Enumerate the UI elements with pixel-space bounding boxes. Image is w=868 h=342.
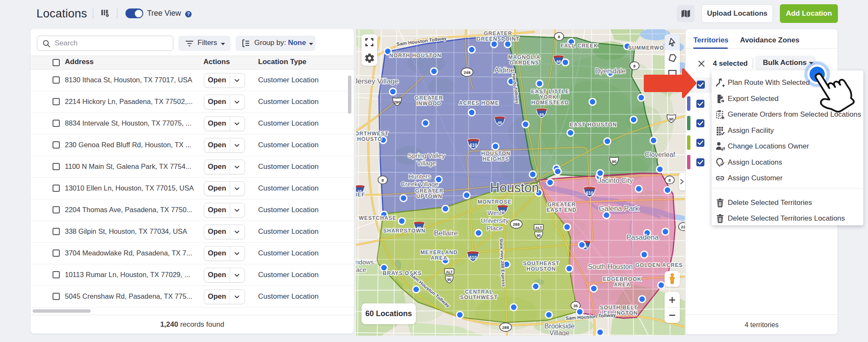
svg-text:90: 90: [612, 159, 617, 164]
svg-text:Jacinto City: Jacinto City: [598, 177, 633, 184]
svg-text:610: 610: [586, 191, 593, 196]
svg-text:HOUSTO: HOUSTO: [357, 136, 382, 142]
svg-text:Aldine: Aldine: [494, 66, 514, 74]
svg-text:West: West: [487, 209, 502, 216]
svg-text:HOUSTON: HOUSTON: [481, 151, 510, 157]
svg-text:290: 290: [394, 100, 401, 104]
svg-text:GREATER: GREATER: [547, 202, 576, 207]
svg-text:LIEF: LIEF: [356, 192, 365, 198]
svg-text:Village: Village: [417, 160, 436, 167]
svg-text:Brookside: Brookside: [544, 322, 574, 330]
svg-text:GARDENS: GARDENS: [509, 60, 539, 66]
svg-text:EAST HOUSTON: EAST HOUSTON: [570, 122, 617, 128]
svg-text:GREATER: GREATER: [415, 188, 443, 194]
svg-text:ndows: ndows: [356, 258, 374, 266]
svg-text:MEYERLAND: MEYERLAND: [420, 249, 458, 255]
svg-text:CENTRAL: CENTRAL: [465, 289, 493, 295]
svg-text:Galena Park: Galena Park: [599, 205, 639, 213]
svg-text:Place: Place: [487, 224, 503, 232]
svg-text:WESTCHASE: WESTCHASE: [359, 215, 397, 221]
svg-text:ACRES HOME: ACRES HOME: [459, 100, 499, 106]
svg-text:8: 8: [668, 178, 670, 182]
svg-text:NORTH HOUSTON: NORTH HOUSTON: [389, 53, 441, 59]
svg-text:GOLDEN ACRES: GOLDEN ACRES: [635, 262, 683, 268]
svg-text:GREATER: GREATER: [415, 95, 443, 101]
svg-text:69: 69: [556, 59, 561, 64]
svg-text:SHARPSTOWN: SHARPSTOWN: [383, 228, 426, 234]
svg-text:Dyersdale: Dyersdale: [595, 67, 626, 75]
svg-text:HOUSTON: HOUSTON: [526, 266, 556, 272]
svg-text:45: 45: [498, 120, 502, 125]
svg-text:SUMMERWOO: SUMMERWOO: [628, 45, 669, 51]
svg-text:FALL CREEK: FALL CREEK: [561, 43, 598, 49]
svg-text:HOMESTEAD: HOMESTEAD: [531, 100, 569, 106]
svg-text:288: 288: [513, 222, 520, 227]
svg-text:Houston: Houston: [490, 180, 539, 195]
svg-text:ace: ace: [356, 266, 366, 273]
svg-text:MONTROSE: MONTROSE: [478, 199, 512, 205]
svg-text:Cloverleaf: Cloverleaf: [645, 151, 676, 158]
svg-text:UPTOWN: UPTOWN: [416, 193, 442, 199]
svg-text:HEIGHTS: HEIGHTS: [483, 156, 509, 162]
svg-text:610: 610: [470, 143, 477, 148]
svg-text:8: 8: [558, 34, 560, 39]
svg-text:ALT: ALT: [446, 270, 453, 274]
svg-text:EAST END: EAST END: [546, 207, 576, 213]
svg-text:Jersey Village: Jersey Village: [356, 77, 399, 85]
svg-text:SOUTH BELT: SOUTH BELT: [600, 305, 638, 311]
svg-text:NORTHWEST: NORTHWEST: [356, 131, 389, 137]
svg-text:INWOOD: INWOOD: [417, 101, 442, 107]
svg-text:South Houston: South Houston: [588, 263, 633, 270]
svg-text:GREATER: GREATER: [484, 31, 512, 36]
svg-text:SOUTHEAST: SOUTHEAST: [523, 261, 559, 266]
svg-text:Creek Village: Creek Village: [401, 180, 439, 188]
svg-text:EDGEBROOK: EDGEBROOK: [603, 276, 642, 282]
svg-text:Hunters: Hunters: [409, 173, 431, 180]
svg-text:EAST LITTLE: EAST LITTLE: [531, 89, 569, 95]
svg-text:22: 22: [681, 224, 685, 229]
svg-text:Spring Valley: Spring Valley: [408, 152, 445, 159]
svg-text:610: 610: [469, 255, 477, 260]
svg-text:69: 69: [540, 112, 544, 117]
svg-text:University: University: [481, 217, 509, 224]
svg-text:90: 90: [669, 117, 674, 121]
svg-text:ALT: ALT: [535, 226, 542, 230]
svg-text:35: 35: [573, 303, 578, 308]
svg-text:MAGNOLIA: MAGNOLIA: [508, 54, 540, 60]
svg-text:AREA: AREA: [431, 255, 447, 261]
svg-text:Bellaire: Bellaire: [434, 229, 458, 237]
svg-text:SOUTHWEST: SOUTHWEST: [460, 294, 498, 300]
svg-text:8: 8: [633, 64, 635, 68]
svg-text:Village: Village: [549, 329, 570, 336]
svg-text:90: 90: [447, 278, 451, 282]
svg-text:8: 8: [381, 178, 384, 182]
svg-text:YORK /: YORK /: [540, 94, 560, 100]
svg-text:288: 288: [502, 325, 509, 330]
svg-text:AREA: AREA: [614, 282, 630, 288]
svg-text:90: 90: [537, 233, 541, 238]
svg-text:Pasadena: Pasadena: [626, 233, 659, 241]
svg-text:249: 249: [464, 70, 470, 75]
svg-text:GREENSPOINT: GREENSPOINT: [476, 36, 520, 42]
